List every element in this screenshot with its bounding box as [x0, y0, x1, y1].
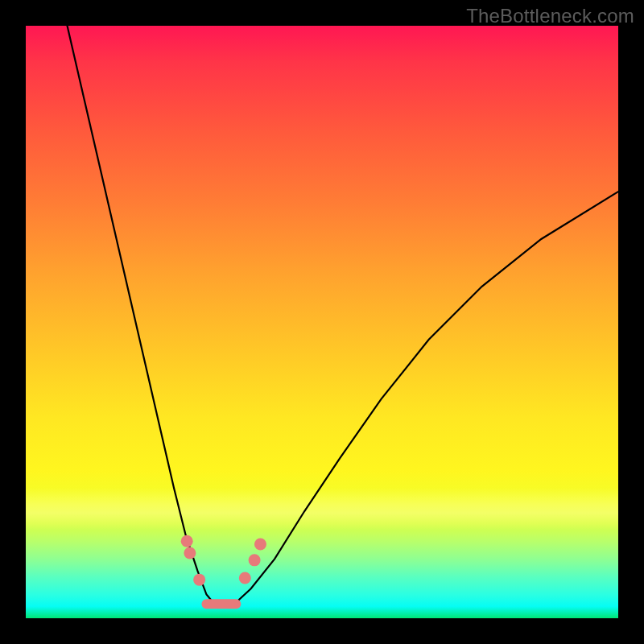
curve-marker: [239, 572, 251, 584]
curve-marker: [254, 539, 266, 551]
chart-frame: TheBottleneck.com: [0, 0, 644, 644]
curve-layer: [26, 26, 618, 618]
bottleneck-curve: [68, 26, 618, 606]
plot-area: [26, 26, 618, 618]
curve-marker: [193, 574, 205, 586]
curve-marker: [184, 547, 196, 559]
watermark-text: TheBottleneck.com: [466, 5, 634, 27]
curve-marker: [249, 554, 261, 566]
curve-marker: [181, 535, 193, 547]
